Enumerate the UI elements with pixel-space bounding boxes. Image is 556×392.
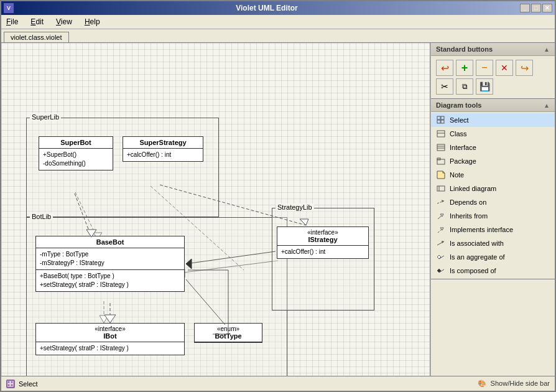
delete-button[interactable]: ✕ — [496, 60, 513, 76]
superstrategy-method-1: +calcOffer() : int — [127, 151, 199, 159]
tool-inherits-from[interactable]: Inherits from — [431, 209, 555, 223]
ibot-class[interactable]: «interface» IBot +setStrategy( stratP : … — [35, 323, 185, 355]
basebot-field-2: -mStrategyP : IStrategy — [40, 259, 180, 268]
inherits-from-label: Inherits from — [450, 212, 488, 220]
standard-buttons-section: Standard buttons ▲ ↩ + − ✕ ↪ ✂ ⧉ 💾 — [431, 43, 555, 99]
menu-edit[interactable]: Edit — [28, 16, 46, 27]
show-hide-icon: 🎨 — [478, 380, 486, 387]
is-composed-of-icon — [436, 266, 446, 276]
botlib-label: BotLib — [30, 213, 53, 220]
tool-depends-on[interactable]: Depends on — [431, 195, 555, 209]
svg-rect-24 — [437, 131, 445, 137]
svg-marker-35 — [442, 200, 444, 202]
tool-note[interactable]: Note — [431, 168, 555, 182]
collapse-diagram-icon[interactable]: ▲ — [544, 102, 550, 109]
is-associated-with-icon — [436, 238, 446, 248]
bottype-classname: BotType — [198, 332, 258, 340]
collapse-icon[interactable]: ▲ — [544, 46, 550, 53]
tool-interface[interactable]: Interface — [431, 141, 555, 154]
svg-rect-23 — [441, 120, 444, 123]
add-button[interactable]: + — [456, 60, 473, 76]
istrategy-method-1: +calcOffer() : int — [281, 248, 364, 256]
package-label: Package — [450, 157, 476, 165]
package-icon — [436, 156, 446, 166]
diagram-tools-header: Diagram tools ▲ — [431, 99, 555, 112]
copy-button[interactable]: ⧉ — [456, 78, 473, 95]
ibot-method-1: +setStrategy( stratP : IStrategy ) — [40, 344, 180, 353]
note-icon — [436, 170, 446, 180]
select-icon — [436, 115, 446, 125]
depends-on-label: Depends on — [450, 198, 486, 206]
ibot-classname: IBot — [40, 332, 180, 340]
select-label: Select — [450, 116, 469, 124]
superstrategy-methods: +calcOffer() : int — [123, 149, 203, 161]
istrategy-methods: +calcOffer() : int — [277, 246, 368, 258]
interface-label: Interface — [450, 144, 476, 151]
minimize-button[interactable]: _ — [520, 4, 530, 12]
superbot-class[interactable]: SuperBot +SuperBot() -doSomething() — [39, 136, 113, 170]
class-icon — [436, 129, 446, 139]
ibot-methods: +setStrategy( stratP : IStrategy ) — [36, 342, 184, 355]
bottype-name: «enum» BotType — [195, 324, 262, 342]
istrategy-class[interactable]: «interface» IStrategy +calcOffer() : int — [277, 226, 369, 259]
tool-is-aggregate-of[interactable]: Is an aggregate of — [431, 250, 555, 264]
class-label: Class — [450, 130, 467, 138]
menu-help[interactable]: Help — [82, 16, 103, 27]
superbot-method-2: -doSomething() — [43, 159, 109, 168]
svg-rect-21 — [441, 116, 444, 119]
tool-select[interactable]: Select — [431, 113, 555, 127]
show-hide-sidebar-button[interactable]: 🎨 Show/Hide side bar — [478, 380, 550, 388]
save-button[interactable]: 💾 — [476, 78, 493, 95]
tool-implements-interface[interactable]: Implements interface — [431, 223, 555, 236]
basebot-method-2: +setStrategy( stratP : IStrategy ) — [40, 281, 180, 289]
status-select-icon — [6, 380, 15, 388]
tool-class[interactable]: Class — [431, 127, 555, 141]
window-controls: _ □ ✕ — [520, 4, 552, 12]
status-left: Select — [6, 380, 38, 388]
close-button[interactable]: ✕ — [542, 4, 552, 12]
tool-linked-diagram[interactable]: Linked diagram — [431, 182, 555, 195]
istrategy-stereotype: «interface» — [281, 229, 364, 236]
is-associated-with-label: Is associated with — [450, 240, 504, 247]
implements-interface-icon — [436, 225, 446, 235]
linked-diagram-icon — [436, 184, 446, 194]
app-icon: V — [4, 3, 14, 13]
basebot-class[interactable]: BaseBot -mType : BotType -mStrategyP : I… — [35, 236, 185, 292]
menu-file[interactable]: File — [4, 16, 21, 27]
superstrategy-name: SuperStrategy — [123, 137, 203, 149]
tool-is-associated-with[interactable]: Is associated with — [431, 236, 555, 250]
cut-button[interactable]: ✂ — [436, 78, 453, 95]
superbot-method-1: +SuperBot() — [43, 151, 109, 159]
tool-package[interactable]: Package — [431, 154, 555, 168]
standard-buttons-header: Standard buttons ▲ — [431, 43, 555, 56]
redo-button[interactable]: ↪ — [516, 60, 533, 76]
note-label: Note — [450, 171, 464, 179]
superstrategy-class[interactable]: SuperStrategy +calcOffer() : int — [123, 136, 203, 162]
superlib-label: SuperLib — [30, 113, 61, 121]
svg-rect-47 — [11, 381, 13, 383]
svg-rect-20 — [437, 116, 440, 119]
is-composed-of-label: Is composed of — [450, 267, 496, 274]
interface-icon — [436, 142, 446, 152]
tool-is-composed-of[interactable]: Is composed of — [431, 264, 555, 278]
menu-view[interactable]: View — [53, 16, 75, 27]
istrategy-classname: IStrategy — [281, 236, 364, 243]
superbot-name: SuperBot — [39, 137, 113, 149]
tab-bar: violet.class.violet — [1, 29, 555, 43]
canvas[interactable]: SuperLib SuperBot +SuperBot() -doSomethi… — [1, 43, 430, 376]
standard-buttons-area: ↩ + − ✕ ↪ ✂ ⧉ 💾 — [431, 56, 555, 98]
maximize-button[interactable]: □ — [531, 4, 541, 12]
bottype-class[interactable]: «enum» BotType — [194, 323, 262, 343]
strategylib-group: StrategyLib — [272, 208, 374, 310]
istrategy-name: «interface» IStrategy — [277, 227, 368, 246]
diagram-tools-label: Diagram tools — [436, 101, 481, 109]
svg-rect-49 — [11, 384, 13, 386]
ibot-name: «interface» IBot — [36, 324, 184, 342]
undo-button[interactable]: ↩ — [436, 60, 453, 76]
superbot-methods: +SuperBot() -doSomething() — [39, 149, 113, 170]
svg-rect-32 — [437, 186, 445, 191]
tab-violet-class[interactable]: violet.class.violet — [4, 32, 69, 42]
remove-button[interactable]: − — [476, 60, 493, 76]
linked-diagram-label: Linked diagram — [450, 185, 496, 192]
implements-interface-label: Implements interface — [450, 226, 513, 233]
